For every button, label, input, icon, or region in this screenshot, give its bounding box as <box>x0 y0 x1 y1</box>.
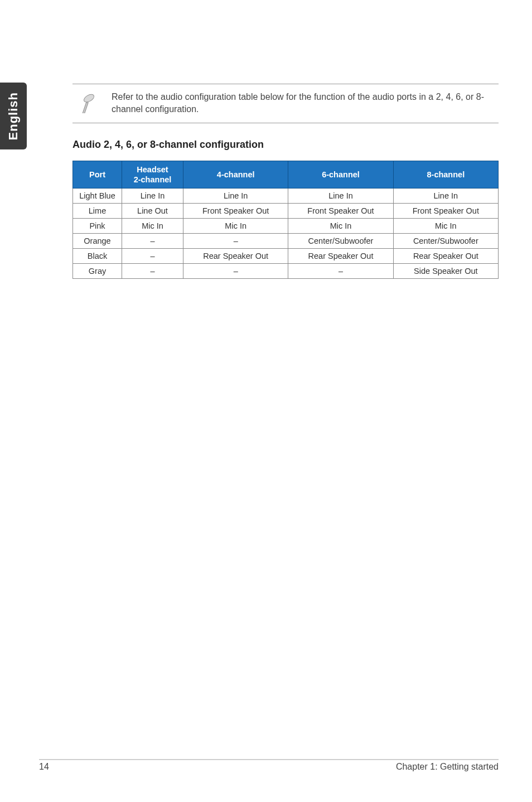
cell-4ch: Front Speaker Out <box>183 204 288 219</box>
cell-4ch: – <box>183 234 288 249</box>
col-port: Port <box>73 161 122 189</box>
cell-port: Pink <box>73 219 122 234</box>
audio-config-table: Port Headset 2-channel 4-channel 6-chann… <box>72 161 499 279</box>
cell-8ch: Front Speaker Out <box>393 204 498 219</box>
table-row: Orange – – Center/Subwoofer Center/Subwo… <box>73 234 499 249</box>
cell-port: Black <box>73 249 122 264</box>
table-row: Pink Mic In Mic In Mic In Mic In <box>73 219 499 234</box>
note-icon <box>72 91 101 113</box>
table-row: Gray – – – Side Speaker Out <box>73 264 499 279</box>
page-footer: 14 Chapter 1: Getting started <box>39 759 499 772</box>
cell-port: Orange <box>73 234 122 249</box>
table-body: Light Blue Line In Line In Line In Line … <box>73 189 499 279</box>
note-block: Refer to the audio configuration table b… <box>72 84 499 123</box>
cell-8ch: Rear Speaker Out <box>393 249 498 264</box>
col-4ch: 4-channel <box>183 161 288 189</box>
cell-4ch: Mic In <box>183 219 288 234</box>
content-area: Refer to the audio configuration table b… <box>72 84 499 279</box>
cell-8ch: Side Speaker Out <box>393 264 498 279</box>
section-title: Audio 2, 4, 6, or 8-channel configuratio… <box>72 139 499 151</box>
language-tab: English <box>0 83 27 149</box>
cell-hs: Line Out <box>122 204 183 219</box>
chapter-label: Chapter 1: Getting started <box>396 762 499 772</box>
cell-hs: – <box>122 264 183 279</box>
cell-hs: Mic In <box>122 219 183 234</box>
table-header-row: Port Headset 2-channel 4-channel 6-chann… <box>73 161 499 189</box>
cell-port: Lime <box>73 204 122 219</box>
col-6ch: 6-channel <box>288 161 393 189</box>
cell-6ch: Line In <box>288 189 393 204</box>
table-row: Black – Rear Speaker Out Rear Speaker Ou… <box>73 249 499 264</box>
svg-point-0 <box>83 93 95 104</box>
table-row: Lime Line Out Front Speaker Out Front Sp… <box>73 204 499 219</box>
cell-port: Gray <box>73 264 122 279</box>
note-text: Refer to the audio configuration table b… <box>112 91 499 115</box>
language-label: English <box>6 92 21 140</box>
cell-6ch: – <box>288 264 393 279</box>
cell-port: Light Blue <box>73 189 122 204</box>
page-number: 14 <box>39 762 49 772</box>
cell-6ch: Front Speaker Out <box>288 204 393 219</box>
table-row: Light Blue Line In Line In Line In Line … <box>73 189 499 204</box>
cell-4ch: Line In <box>183 189 288 204</box>
cell-8ch: Mic In <box>393 219 498 234</box>
cell-6ch: Center/Subwoofer <box>288 234 393 249</box>
col-8ch: 8-channel <box>393 161 498 189</box>
cell-hs: Line In <box>122 189 183 204</box>
cell-6ch: Mic In <box>288 219 393 234</box>
cell-8ch: Line In <box>393 189 498 204</box>
cell-8ch: Center/Subwoofer <box>393 234 498 249</box>
cell-hs: – <box>122 249 183 264</box>
footer-divider <box>39 759 499 760</box>
cell-6ch: Rear Speaker Out <box>288 249 393 264</box>
cell-4ch: Rear Speaker Out <box>183 249 288 264</box>
cell-hs: – <box>122 234 183 249</box>
cell-4ch: – <box>183 264 288 279</box>
page: English Refer to the audio configuration… <box>0 0 532 802</box>
col-headset: Headset 2-channel <box>122 161 183 189</box>
